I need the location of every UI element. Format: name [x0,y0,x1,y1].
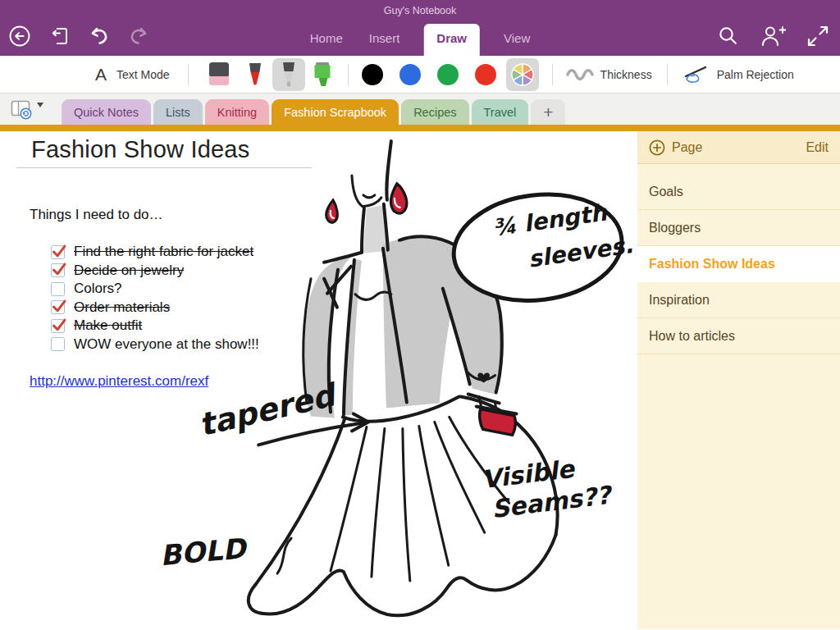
seams-annotation-line2: Seams?? [490,480,615,523]
intro-text: Things I need to do… [30,207,163,223]
ribbon-tab-view[interactable]: View [501,24,532,56]
todo-list: Find the right fabric for jacket Decide … [51,243,259,354]
bubble-text-line1: ¾ length [491,199,609,241]
right-earring [390,184,406,213]
sidebar-header: Page Edit [637,131,840,164]
page-list-item-bloggers[interactable]: Bloggers [637,210,840,246]
todo-item: Decide on jewelry [51,262,259,281]
notebook-title: Guy's Notebook [0,5,840,16]
section-tab-fashion-scrapbook[interactable]: Fashion Scrapbook [272,99,399,125]
todo-label: Colors? [74,281,122,297]
gray-pen-tool-selected[interactable] [272,58,305,91]
draw-toolbar: A Text Mode [0,56,840,94]
todo-label: Decide on jewelry [74,262,184,279]
red-clutch [480,409,516,435]
page-list-item-inspiration[interactable]: Inspiration [637,282,840,318]
chevron-down-icon [37,103,43,107]
text-mode-button[interactable]: Text Mode [116,68,170,81]
toolbar-divider [348,64,349,85]
add-section-button[interactable]: + [531,99,565,125]
section-tab-strip: Quick Notes Lists Knitting Fashion Scrap… [0,94,840,125]
share-people-icon[interactable] [760,25,786,47]
todo-item: Order materials [51,299,259,317]
thickness-button[interactable]: Thickness [600,68,652,81]
todo-label: Find the right fabric for jacket [74,244,253,260]
todo-label: WOW everyone at the show!!! [74,336,259,353]
edit-pages-button[interactable]: Edit [806,140,829,155]
plus-circle-icon [649,139,665,156]
todo-label: Make outfit [74,317,142,334]
todo-checkbox[interactable] [51,282,65,296]
todo-checkbox[interactable] [51,319,65,333]
title-underline [16,167,312,168]
palm-rejection-icon [682,64,709,85]
todo-label: Order materials [74,299,170,316]
todo-checkbox[interactable] [51,337,65,351]
notebook-switcher[interactable] [10,98,43,121]
check-icon [51,317,68,334]
fashion-figure [249,141,558,615]
text-mode-icon: A [95,65,107,84]
sleeve-heart-doodle [477,373,490,383]
todo-checkbox[interactable] [51,263,65,277]
bold-annotation: BOLD [159,532,249,572]
page-list: Goals Bloggers Fashion Show Ideas Inspir… [637,164,840,354]
todo-checkbox[interactable] [51,300,65,314]
todo-item: Colors? [51,280,259,299]
switch-notebook-icon[interactable] [49,25,71,47]
back-icon[interactable] [8,25,31,48]
section-tab-knitting[interactable]: Knitting [205,99,269,125]
tapered-annotation: tapered [195,376,341,443]
ribbon-tab-insert[interactable]: Insert [367,24,403,56]
undo-icon[interactable] [89,26,110,46]
color-wheel-selected[interactable] [506,58,539,91]
ink-color-black[interactable] [362,64,383,85]
add-page-label: Page [672,140,702,155]
bubble-text-line2: sleeves. [527,231,635,273]
toolbar-divider [188,64,189,85]
todo-item: WOW everyone at the show!!! [51,336,259,354]
check-icon [51,298,68,315]
speech-bubble [448,185,628,310]
highlighter-tool[interactable] [312,61,333,89]
fullscreen-icon[interactable] [807,25,829,47]
top-bar: Guy's Notebook Home Insert Draw View [0,0,840,56]
section-tab-lists[interactable]: Lists [153,99,203,125]
todo-item: Find the right fabric for jacket [51,243,259,262]
page-title: Fashion Show Ideas [31,136,249,163]
pinterest-link[interactable]: http://www.pinterest.com/rexf [30,373,208,390]
ink-color-blue[interactable] [399,64,421,85]
eraser-tool[interactable] [207,61,231,89]
active-section-accent-bar [0,125,840,131]
ink-color-red[interactable] [475,64,496,85]
toolbar-divider [667,64,668,85]
add-page-button[interactable]: Page [649,139,702,156]
tapered-arrow [258,422,363,445]
page-list-item-how-to-articles[interactable]: How to articles [637,318,840,354]
todo-checkbox[interactable] [51,245,65,259]
section-tab-recipes[interactable]: Recipes [401,99,468,125]
section-tab-travel[interactable]: Travel [472,99,529,125]
notebook-icon [10,98,34,121]
check-icon [51,243,68,260]
ribbon-tab-draw[interactable]: Draw [423,24,480,56]
ribbon-tab-home[interactable]: Home [308,24,345,56]
todo-item: Make outfit [51,317,259,336]
page-list-item-goals[interactable]: Goals [637,174,840,210]
page-list-item-fashion-show-ideas[interactable]: Fashion Show Ideas [637,246,840,282]
section-tab-quick-notes[interactable]: Quick Notes [62,99,151,125]
onenote-app: Guy's Notebook Home Insert Draw View [0,0,840,630]
palm-rejection-button[interactable]: Palm Rejection [717,68,794,81]
check-icon [51,261,68,278]
redo-icon[interactable] [128,26,149,46]
page-canvas[interactable]: Fashion Show Ideas Things I need to do… … [0,131,637,629]
ribbon-tab-bar: Home Insert Draw View [308,24,532,56]
thickness-icon [566,66,594,83]
ink-color-green[interactable] [437,64,459,85]
left-earring [326,200,338,222]
pages-sidebar: Page Edit Goals Bloggers Fashion Show Id… [637,131,840,629]
red-pen-tool[interactable] [244,61,266,89]
toolbar-divider [552,64,553,85]
seams-annotation-line1: Visible [480,454,577,495]
search-icon[interactable] [718,25,738,46]
